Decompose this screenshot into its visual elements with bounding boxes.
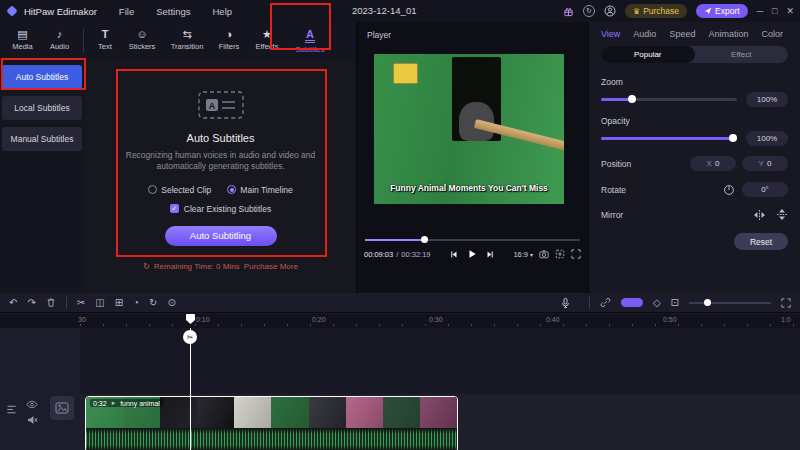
maximize-button[interactable]: □ [772, 6, 777, 16]
checkbox-label: Clear Existing Subtitles [184, 204, 271, 214]
gift-icon[interactable] [563, 6, 574, 17]
auto-subtitling-button[interactable]: Auto Subtitling [165, 226, 277, 246]
playback-progress-bar[interactable] [365, 236, 580, 244]
checkbox-checked-icon: ✓ [170, 204, 179, 213]
opacity-value[interactable]: 100% [746, 131, 788, 146]
flip-vertical-icon[interactable] [776, 208, 788, 221]
preview-box-icon[interactable]: ⊡ [671, 298, 679, 308]
play-icon[interactable] [467, 249, 477, 259]
purchase-more-link[interactable]: Purchase More [244, 262, 298, 271]
playhead[interactable] [190, 328, 191, 450]
position-y-field[interactable]: Y 0 [742, 156, 788, 171]
tab-filters[interactable]: ◑ Filters [211, 25, 247, 51]
remaining-time: ↻ Remaining Time: 0 Mins Purchase More [143, 262, 298, 271]
rotate-clip-icon[interactable]: ↻ [149, 298, 157, 308]
tab-text-label: Text [98, 42, 112, 51]
tab-audio-props[interactable]: Audio [633, 29, 656, 39]
properties-tabs: View Audio Speed Animation Color [601, 22, 788, 39]
tab-transition-label: Transition [171, 42, 204, 51]
tab-animation[interactable]: Animation [708, 29, 748, 39]
tab-media[interactable]: ▤ Media [4, 25, 41, 51]
project-name: 2023-12-14_01 [352, 0, 416, 22]
track-mute-speaker-icon[interactable] [27, 415, 38, 425]
track-visibility-eye-icon[interactable] [26, 400, 38, 409]
timeline-ruler[interactable]: 30 0:10 0:20 0:30 0:40 0:50 1:0 [0, 314, 800, 328]
subtitles-icon: A [305, 28, 315, 43]
freeze-frame-icon[interactable]: ◫ [95, 298, 104, 308]
record-voiceover-icon[interactable] [560, 297, 571, 309]
timeline-clip-funny-animal[interactable]: 0:32 ▸ funny animal [85, 396, 458, 450]
playhead-scissors-cursor[interactable]: ✂ [183, 330, 197, 344]
rotate-dial-icon[interactable] [723, 184, 735, 196]
flip-horizontal-icon[interactable] [753, 209, 766, 221]
tab-text[interactable]: T Text [89, 25, 121, 51]
tab-color[interactable]: Color [761, 29, 783, 39]
timeline-zoom-thumb[interactable] [704, 299, 711, 306]
reset-button[interactable]: Reset [734, 233, 788, 250]
tab-stickers[interactable]: ☺ Stickers [121, 25, 163, 51]
aspect-ratio-select[interactable]: 16:9 ▾ [513, 250, 533, 259]
segment-popular[interactable]: Popular [601, 46, 695, 63]
clip-audio-waveform [86, 428, 457, 450]
radio-selected-clip[interactable]: Selected Clip [148, 185, 211, 195]
rocket-icon [704, 7, 712, 15]
menu-file[interactable]: File [119, 6, 134, 17]
track-options-icon[interactable] [6, 404, 17, 415]
delete-icon[interactable] [46, 297, 56, 308]
update-icon[interactable]: ↻ [583, 5, 595, 17]
opacity-slider-thumb[interactable] [729, 134, 737, 142]
tab-effects[interactable]: ★ Effects [247, 25, 287, 51]
ruler-mark: 0:20 [312, 316, 326, 323]
clip-name: funny animal [120, 400, 160, 407]
fullscreen-icon[interactable] [571, 249, 581, 259]
fit-timeline-icon[interactable] [781, 298, 791, 308]
previous-frame-icon[interactable] [449, 250, 458, 259]
purchase-button[interactable]: ♛ Purchase [625, 4, 687, 18]
sidebar-item-local-subtitles[interactable]: Local Subtitles [2, 96, 82, 120]
tab-transition[interactable]: ⇆ Transition [163, 25, 211, 51]
auto-caption-toggle[interactable] [621, 298, 643, 307]
tab-audio[interactable]: ♪ Audio [41, 25, 78, 51]
close-button[interactable]: ✕ [786, 6, 794, 16]
snapshot-icon[interactable] [539, 249, 549, 259]
frame-marker-icon[interactable] [555, 249, 565, 259]
opacity-slider[interactable] [601, 134, 737, 142]
zoom-value[interactable]: 100% [746, 92, 788, 107]
ruler-mark: 0:10 [196, 316, 210, 323]
crop-icon[interactable]: ⊞ [115, 298, 123, 308]
keyframe-icon[interactable]: ◇ [653, 298, 661, 308]
rotate-field[interactable]: 0° [742, 182, 788, 197]
sidebar-item-manual-subtitles[interactable]: Manual Subtitles [2, 127, 82, 151]
rotate-label: Rotate [601, 185, 723, 195]
zoom-label: Zoom [601, 77, 788, 87]
tab-subtitles[interactable]: A Subtitles [287, 25, 333, 54]
progress-thumb[interactable] [421, 236, 428, 243]
zoom-slider[interactable] [601, 95, 737, 103]
export-button[interactable]: Export [696, 4, 748, 18]
speed-icon[interactable]: ◔ [133, 298, 139, 308]
position-y-value: 0 [767, 159, 771, 168]
undo-icon[interactable]: ↶ [9, 298, 17, 308]
tab-speed[interactable]: Speed [669, 29, 695, 39]
mask-icon[interactable]: ⊙ [167, 298, 175, 308]
account-icon[interactable] [604, 5, 616, 17]
minimize-button[interactable]: ─ [757, 6, 763, 16]
position-x-field[interactable]: X 0 [690, 156, 736, 171]
position-y-key: Y [759, 159, 764, 168]
menu-settings[interactable]: Settings [156, 6, 190, 17]
redo-icon[interactable]: ↷ [27, 298, 35, 308]
tab-view[interactable]: View [601, 29, 620, 39]
radio-main-timeline[interactable]: Main Timeline [227, 185, 292, 195]
zoom-slider-thumb[interactable] [628, 95, 636, 103]
position-x-value: 0 [715, 159, 719, 168]
media-placeholder-icon [50, 396, 74, 420]
clear-existing-checkbox[interactable]: ✓ Clear Existing Subtitles [170, 204, 271, 214]
link-icon[interactable] [600, 297, 611, 308]
effects-icon: ★ [262, 28, 272, 40]
segment-effect[interactable]: Effect [695, 46, 789, 63]
next-frame-icon[interactable] [486, 250, 495, 259]
menu-help[interactable]: Help [213, 6, 233, 17]
sidebar-item-auto-subtitles[interactable]: Auto Subtitles [2, 65, 82, 89]
split-scissors-icon[interactable]: ✂ [77, 298, 85, 308]
timeline-zoom-slider[interactable] [689, 299, 771, 307]
